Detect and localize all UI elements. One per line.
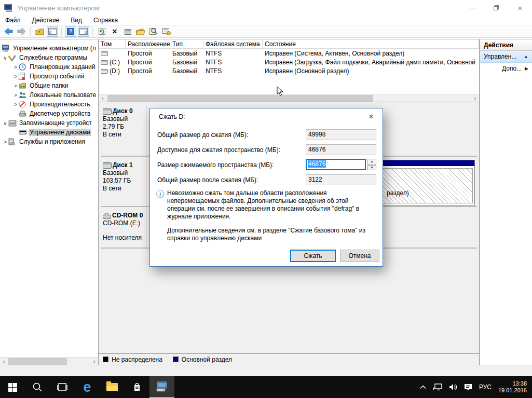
dialog-close-icon[interactable]: × [365, 112, 377, 121]
computer-management-icon [156, 381, 168, 392]
column-header-filesystem[interactable]: Файловая система [203, 39, 263, 48]
store-icon [132, 382, 142, 392]
volume-row[interactable]: (D:) Простой Базовый NTFS Исправен (Осно… [99, 66, 479, 75]
clock[interactable]: 13:38 19.01.2016 [498, 380, 527, 394]
minimize-button[interactable] [460, 0, 484, 16]
refresh-icon[interactable] [96, 26, 107, 37]
store-button[interactable] [125, 376, 149, 398]
collapse-icon[interactable]: ▲ [524, 54, 528, 59]
cdrom-info-panel[interactable]: CD-ROM 0 CD-ROM (E:) Нет носителя [101, 209, 146, 248]
volume-row[interactable]: (C:) Простой Базовый NTFS Исправен (Загр… [99, 58, 479, 66]
disk-wizard-icon[interactable] [161, 26, 172, 37]
disk1-info-panel[interactable]: Диск 1 Базовый 103,57 ГБ В сети [101, 159, 146, 206]
scroll-left-icon[interactable]: ‹ [0, 358, 8, 365]
shrink-button[interactable]: Сжать [290, 250, 336, 262]
column-header-volume[interactable]: Том [99, 39, 126, 48]
delete-icon[interactable]: × [109, 26, 120, 37]
properties-icon[interactable] [122, 26, 133, 37]
volume-icon[interactable] [449, 383, 457, 391]
scrollbar-thumb[interactable] [8, 358, 67, 365]
tree-item-system-tools[interactable]: ∨ Служебные программы [2, 53, 88, 62]
restore-button[interactable] [484, 0, 508, 16]
tree-horizontal-scrollbar[interactable]: ‹ › [0, 357, 98, 365]
window-title: Управление компьютером [18, 4, 100, 12]
actions-group-disk-management[interactable]: Управлен... ▲ [480, 51, 532, 63]
task-view-button[interactable] [50, 376, 75, 398]
chevron-collapsed-icon[interactable]: > [12, 102, 19, 107]
tree-item-services-apps[interactable]: > Службы и приложения [2, 137, 86, 146]
tree-item-shared-folders[interactable]: > Общие папки [12, 81, 69, 90]
chevron-collapsed-icon[interactable]: > [12, 92, 19, 98]
back-icon[interactable] [3, 26, 14, 37]
tree-item-local-users[interactable]: > Локальные пользовате [12, 90, 97, 100]
volume-list-horizontal-scrollbar[interactable]: ‹ › [99, 94, 479, 102]
disk-size: 103,57 ГБ [103, 177, 144, 185]
menu-help[interactable]: Справка [93, 17, 118, 24]
open-folder-icon[interactable] [135, 26, 146, 37]
tree-item-event-viewer[interactable]: > Просмотр событий [12, 72, 85, 81]
chevron-collapsed-icon[interactable]: > [12, 83, 19, 89]
console-tree-icon[interactable] [47, 26, 58, 37]
column-header-type[interactable]: Тип [170, 39, 203, 48]
chevron-expanded-icon[interactable]: ∨ [2, 120, 8, 126]
tree-item-performance[interactable]: > Производительность [12, 100, 91, 109]
tree-item-storage[interactable]: ∨ Запоминающие устройст [2, 118, 93, 128]
menu-action[interactable]: Действие [32, 17, 60, 24]
action-pane-icon[interactable] [78, 26, 89, 37]
disk-type: Базовый [103, 169, 144, 177]
cancel-button[interactable]: Отмена [340, 250, 379, 262]
tree-item-label: Диспетчер устройств [29, 110, 91, 117]
chevron-expanded-icon[interactable]: ∨ [2, 55, 8, 61]
network-icon[interactable] [433, 383, 442, 391]
column-header-layout[interactable]: Расположение [126, 39, 170, 48]
menu-view[interactable]: Вид [71, 17, 82, 24]
console-tree-pane: Управление компьютером (л ∨ Служебные пр… [0, 39, 99, 365]
tree-item-task-scheduler[interactable]: > Планировщик заданий [12, 62, 96, 72]
search-icon[interactable] [148, 26, 159, 37]
tree-item-device-manager[interactable]: Диспетчер устройств [12, 109, 91, 118]
language-indicator[interactable]: РУС [479, 383, 492, 391]
up-folder-icon[interactable] [34, 26, 45, 37]
dialog-title-bar: Сжать D: × [150, 108, 383, 125]
chevron-collapsed-icon[interactable]: > [2, 139, 8, 145]
forward-icon[interactable] [16, 26, 27, 37]
time: 13:38 [498, 380, 527, 387]
volume-row[interactable]: Простой Базовый NTFS Исправен (Система, … [99, 49, 479, 58]
edge-button[interactable]: e [75, 376, 100, 398]
scroll-left-icon[interactable]: ‹ [99, 94, 106, 102]
tree-item-computer-management[interactable]: Управление компьютером (л [2, 44, 97, 53]
start-button[interactable] [0, 376, 25, 398]
tree-item-label: Производительность [29, 101, 91, 108]
column-header-status[interactable]: Состояние [263, 39, 479, 48]
shrink-amount-input[interactable]: 46876 [306, 159, 366, 170]
spin-up-icon[interactable]: ▲ [367, 159, 376, 164]
scroll-right-icon[interactable]: › [90, 358, 98, 365]
file-explorer-button[interactable] [100, 376, 125, 398]
disk0-info-panel[interactable]: Диск 0 Базовый 2,79 ГБ В сети [101, 105, 146, 156]
storage-icon [8, 119, 16, 127]
toolbar-separator [61, 27, 62, 36]
volume-status: Исправен (Основной раздел) [263, 67, 479, 75]
disk-name: CD-ROM 0 [112, 212, 143, 219]
taskbar-search-button[interactable] [25, 376, 50, 398]
scroll-right-icon[interactable]: › [471, 94, 479, 102]
tree-item-label: Запоминающие устройст [18, 119, 93, 127]
chevron-collapsed-icon[interactable]: > [12, 74, 19, 79]
tree-item-disk-management[interactable]: Управление дисками [12, 128, 91, 137]
scrollbar-thumb[interactable] [107, 95, 373, 102]
computer-management-taskbar-button[interactable] [149, 376, 174, 398]
actions-item-more[interactable]: Допо... ▶ [480, 63, 532, 74]
close-button[interactable]: × [508, 0, 532, 16]
menu-file[interactable]: Файл [5, 17, 21, 24]
chevron-collapsed-icon[interactable]: > [12, 64, 19, 70]
taskbar: e РУС 13:38 19.01.2016 [0, 376, 532, 398]
performance-icon [19, 101, 26, 108]
legend-unallocated-label: Не распределена [112, 356, 162, 363]
volume-type: Базовый [170, 59, 203, 66]
help-icon[interactable]: ? [65, 26, 76, 37]
spin-down-icon[interactable]: ▼ [367, 165, 376, 171]
hidden-icons-chevron[interactable] [420, 385, 426, 389]
tree-item-label: Общие папки [29, 82, 69, 89]
action-center-icon[interactable] [464, 383, 472, 391]
volume-type: Базовый [170, 67, 203, 75]
